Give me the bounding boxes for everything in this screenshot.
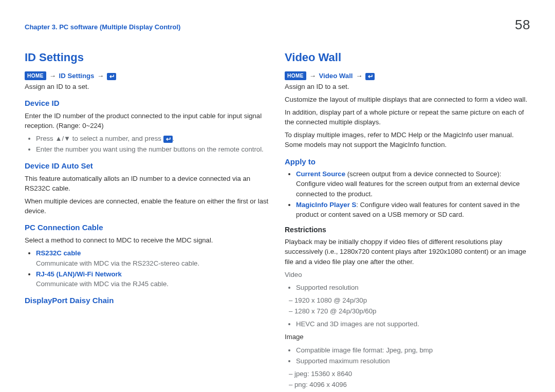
video-wall-p4: To display multiple images, refer to MDC… [285,130,530,150]
id-settings-heading: ID Settings [25,49,270,66]
rj45-desc: Communicate with MDC via the RJ45 cable. [36,280,169,288]
restrictions-heading: Restrictions [285,225,530,235]
arrow-icon: → [96,72,105,80]
current-source-key: Current Source [296,170,345,178]
autoset-p1: This feature automatically allots an ID … [25,174,270,193]
enter-key-icon [163,136,173,143]
image-format: Compatible image file format: Jpeg, png,… [296,345,530,355]
video-res-1: 1920 x 1080 @ 24p/30p [296,295,530,305]
video-hevc-note: HEVC and 3D images are not supported. [296,319,530,329]
right-column: Video Wall HOME → Video Wall → Assign an… [285,49,530,392]
restrictions-body: Playback may be initially choppy if vide… [285,237,530,266]
pc-connection-cable-heading: PC Connection Cable [25,222,270,233]
page-number: 58 [515,15,530,35]
crumb-id-settings: ID Settings [59,72,95,80]
video-wall-p3: In addition, display part of a whole pic… [285,107,530,127]
apply-to-heading: Apply to [285,156,530,167]
image-label: Image [285,332,530,342]
magicinfo-key: MagicInfo Player S [296,201,356,209]
id-settings-intro: Assign an ID to a set. [25,82,270,91]
device-id-bullet-2: Enter the number you want using the numb… [36,144,270,154]
apply-to-item-magicinfo: MagicInfo Player S: Configure video wall… [296,200,530,219]
id-settings-breadcrumb: HOME → ID Settings → [25,71,270,81]
cable-intro: Select a method to connect to MDC to rec… [25,235,270,245]
arrow-icon: → [308,72,317,80]
enter-key-icon [365,73,375,80]
displayport-daisy-chain-heading: DisplayPort Daisy Chain [25,295,270,306]
cable-item-rs232c: RS232C cable Communicate with MDC via th… [36,248,270,268]
device-id-autoset-heading: Device ID Auto Set [25,160,270,172]
home-chip: HOME [25,71,46,81]
left-column: ID Settings HOME → ID Settings → Assign … [25,49,270,392]
chapter-title: Chapter 3. PC software (Multiple Display… [25,23,180,32]
video-wall-p2: Customize the layout of multiple display… [285,95,530,104]
rs232c-key: RS232C cable [36,249,81,257]
crumb-video-wall: Video Wall [319,72,353,80]
rj45-key-2: Wi-Fi Network [77,270,122,278]
video-label: Video [285,270,530,279]
video-wall-p1: Assign an ID to a set. [285,82,530,91]
device-id-bullet-1: Press ▲/▼ to select a number, and press … [36,134,270,143]
apply-to-item-current-source: Current Source (screen output from a dev… [296,169,530,198]
device-id-heading: Device ID [25,98,270,109]
cable-item-rj45: RJ-45 (LAN)/Wi-Fi Network Communicate wi… [36,269,270,289]
video-wall-breadcrumb: HOME → Video Wall → [285,71,530,81]
image-res-jpeg: jpeg: 15360 x 8640 [296,369,530,379]
device-id-body: Enter the ID number of the product conne… [25,111,270,130]
enter-key-icon [107,73,116,80]
rj45-key-1: RJ-45 (LAN) [36,270,75,278]
image-max-res: Supported maximum resolution [296,356,530,366]
arrow-icon: → [355,72,363,80]
video-wall-heading: Video Wall [285,49,530,66]
autoset-p2: When multiple devices are connected, ena… [25,196,270,216]
video-res-2: 1280 x 720 @ 24p/30p/60p [296,306,530,316]
rs232c-desc: Communicate with MDC via the RS232C-ster… [36,259,199,267]
image-res-png: png: 4096 x 4096 [296,380,530,389]
home-chip: HOME [285,71,306,81]
arrow-icon: → [48,72,57,80]
video-supported-resolution: Supported resolution [296,283,530,292]
